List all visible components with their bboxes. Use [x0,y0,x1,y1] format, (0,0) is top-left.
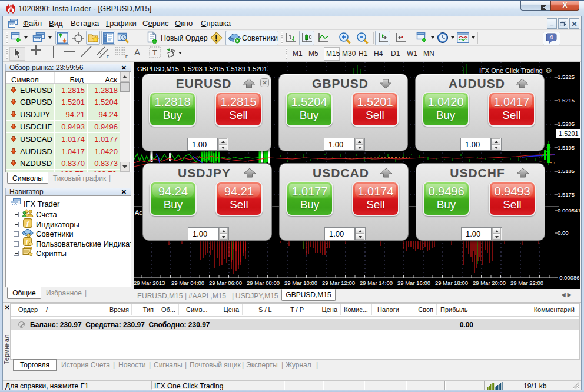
svg-text:T: T [152,48,157,57]
svg-text:F: F [125,55,128,59]
svg-text:4: 4 [550,34,553,41]
svg-text:E: E [107,55,110,59]
